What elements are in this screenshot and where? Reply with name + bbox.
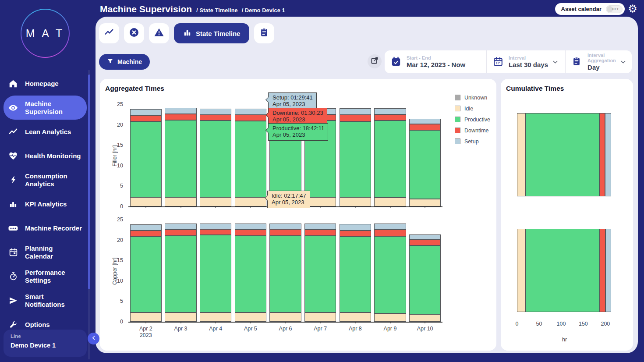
brand-logo-text: M A T xyxy=(21,10,69,57)
segment-setup xyxy=(340,108,372,115)
segment-productive xyxy=(235,236,267,312)
legend-item-unknown: Unknown xyxy=(455,95,490,100)
x-tick-label: Apr 7 xyxy=(314,326,327,332)
y-tick-label: 5 xyxy=(120,298,123,304)
selected-device-card[interactable]: Line Demo Device 1 xyxy=(4,330,87,357)
cumulative-chart xyxy=(517,113,612,347)
bar-filler-3[interactable] xyxy=(198,104,233,206)
segment-downtime xyxy=(200,115,232,121)
x-axis-label-hr: hr xyxy=(517,337,612,343)
interval-control[interactable]: Interval Last 30 days xyxy=(486,50,565,73)
breadcrumb-item[interactable]: / Demo Device 1 xyxy=(242,7,285,14)
sidebar-item-lean-analytics[interactable]: Lean Analytics xyxy=(0,120,90,144)
x-tick-label: Apr 10 xyxy=(417,326,433,332)
y-tick-label: 20 xyxy=(117,237,123,243)
sidebar-item-machine-recorder[interactable]: Machine Recorder xyxy=(0,216,90,240)
sidebar-item-machine-supervision[interactable]: Machine Supervision xyxy=(4,96,87,120)
chevron-down-icon[interactable] xyxy=(548,58,559,66)
settings-gear-icon[interactable]: ⚙ xyxy=(627,3,638,15)
segment-idle xyxy=(165,197,197,206)
asset-calendar-toggle[interactable]: Asset calendar OFF xyxy=(555,3,625,15)
segment-idle xyxy=(517,113,525,196)
calendar-icon xyxy=(8,247,18,258)
segment-productive xyxy=(374,121,406,198)
cumulative-bar-capper[interactable] xyxy=(517,229,611,312)
sidebar-item-planning-calendar[interactable]: Planning Calendar xyxy=(0,240,90,264)
segment-setup xyxy=(130,224,162,231)
sidebar-scrollbar-thumb[interactable] xyxy=(88,75,90,289)
segment-productive xyxy=(409,130,441,199)
errors-view-button[interactable] xyxy=(124,23,144,43)
sidebar-item-homepage[interactable]: Homepage xyxy=(0,71,90,96)
sidebar-item-kpi-analytics[interactable]: KPI Analytics xyxy=(0,192,90,216)
segment-downtime xyxy=(304,230,336,236)
segment-setup xyxy=(130,109,162,115)
bar-capper-1[interactable] xyxy=(128,220,163,322)
segment-productive xyxy=(200,121,232,197)
chevron-left-icon xyxy=(91,335,97,343)
sidebar: M A T HomepageMachine SupervisionLean An… xyxy=(0,0,90,362)
machine-filter-button[interactable]: Machine xyxy=(99,54,150,70)
calendar-check-icon xyxy=(391,57,401,67)
y-tick-label: 10 xyxy=(117,278,123,284)
segment-idle xyxy=(269,312,301,322)
sidebar-item-smart-notifications[interactable]: Smart Notifications xyxy=(0,288,90,312)
chevron-down-icon[interactable] xyxy=(616,58,627,66)
trend-icon xyxy=(104,28,114,39)
bar-capper-8[interactable] xyxy=(373,220,408,322)
breadcrumb: Machine Supervision / State Timeline/ De… xyxy=(100,4,289,14)
bar-capper-2[interactable] xyxy=(163,220,198,322)
sidebar-item-label: KPI Analytics xyxy=(25,200,67,208)
segment-productive xyxy=(235,121,267,197)
bar-capper-6[interactable] xyxy=(303,220,338,322)
view-toolbar: State Timeline xyxy=(99,23,274,43)
legend: UnknownIdleProductiveDowntimeSetup xyxy=(455,95,490,144)
sidebar-item-performance-settings[interactable]: Performance Settings xyxy=(0,264,90,288)
bar-filler-7[interactable] xyxy=(338,104,373,206)
sidebar-item-label: Performance Settings xyxy=(25,269,65,284)
legend-swatch xyxy=(455,128,460,133)
segment-setup xyxy=(200,224,232,229)
segment-setup xyxy=(605,229,611,312)
segment-idle xyxy=(130,197,162,206)
bar-filler-2[interactable] xyxy=(163,104,198,206)
legend-swatch xyxy=(455,106,460,111)
sidebar-nav: HomepageMachine SupervisionLean Analytic… xyxy=(0,71,90,337)
trend-view-button[interactable] xyxy=(99,23,119,43)
toggle-switch[interactable]: OFF xyxy=(606,5,623,13)
bar-filler-1[interactable] xyxy=(128,104,163,206)
bar-filler-9[interactable] xyxy=(407,104,442,206)
aggregated-times-title: Aggregated Times xyxy=(105,85,164,92)
bar-capper-5[interactable] xyxy=(268,220,303,322)
main-panel: State Timeline Machine Start - End Mar 1… xyxy=(96,17,638,353)
state-timeline-button[interactable]: State Timeline xyxy=(174,23,249,43)
interval-aggregation-control[interactable]: Interval Aggregation Day xyxy=(565,50,633,73)
cumulative-bar-filler[interactable] xyxy=(517,113,611,196)
breadcrumb-item[interactable]: / State Timeline xyxy=(196,7,238,14)
aggregation-value: Day xyxy=(587,64,616,71)
export-button[interactable] xyxy=(368,54,382,68)
external-link-icon xyxy=(370,56,379,67)
legend-label: Unknown xyxy=(464,95,487,101)
bar-capper-7[interactable] xyxy=(338,220,373,322)
segment-idle xyxy=(235,312,267,322)
bar-capper-4[interactable] xyxy=(233,220,268,322)
bar-filler-8[interactable] xyxy=(373,104,408,206)
report-view-button[interactable] xyxy=(254,23,274,43)
bar-filler-4[interactable] xyxy=(233,104,268,206)
sidebar-collapse-button[interactable] xyxy=(88,333,99,344)
warnings-view-button[interactable] xyxy=(149,23,169,43)
start-end-control[interactable]: Start - End Mar 12, 2023 - Now xyxy=(385,50,486,73)
bar-capper-9[interactable] xyxy=(407,220,442,322)
sidebar-item-health-monitoring[interactable]: Health Monitoring xyxy=(0,144,90,168)
segment-downtime xyxy=(200,229,232,235)
aggregation-label: Interval Aggregation xyxy=(587,53,616,63)
sidebar-item-consumption-analytics[interactable]: Consumption Analytics xyxy=(0,168,90,192)
x-tick-label: 100 xyxy=(556,321,566,327)
bolt-icon xyxy=(8,175,18,185)
legend-item-downtime: Downtime xyxy=(455,128,490,133)
warning-triangle-icon xyxy=(154,27,164,39)
date-controls: Start - End Mar 12, 2023 - Now Interval … xyxy=(385,50,632,73)
bar-capper-3[interactable] xyxy=(198,220,233,322)
segment-setup xyxy=(235,224,267,230)
